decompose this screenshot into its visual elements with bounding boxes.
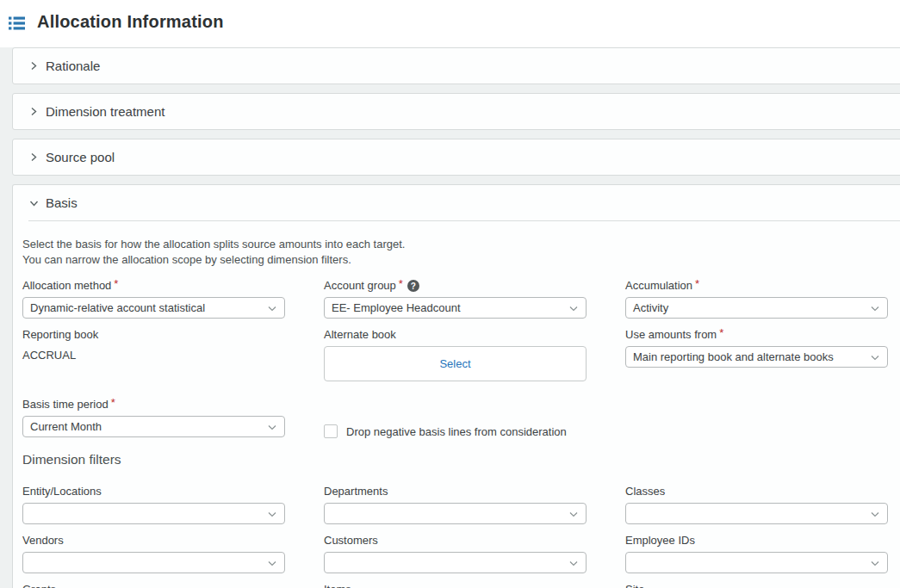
use-amounts-from-value: Main reporting book and alternate books [633, 350, 834, 363]
chevron-down-icon [268, 511, 276, 517]
use-amounts-from-select[interactable]: Main reporting book and alternate books [625, 346, 888, 368]
employee-ids-filter: Employee IDs [625, 534, 888, 573]
account-group-select[interactable]: EE- Employee Headcount [324, 297, 587, 319]
chevron-right-icon [28, 107, 39, 116]
chevron-down-icon [569, 306, 578, 312]
departments-filter: Departments [324, 485, 587, 524]
grants-filter: Grants [22, 583, 285, 588]
items-filter: Items [324, 583, 587, 588]
page-header: Allocation Information [0, 0, 900, 36]
section-rationale-header[interactable]: Rationale [13, 48, 900, 84]
section-dimension-treatment: Dimension treatment [12, 93, 900, 130]
chevron-down-icon [268, 306, 276, 312]
reporting-book-label: Reporting book [22, 328, 98, 341]
drop-negative-field: Drop negative basis lines from considera… [324, 416, 587, 447]
alternate-book-select-button[interactable]: Select [324, 346, 587, 381]
reporting-book-field: Reporting book ACCRUAL [22, 328, 285, 381]
dimension-filters-heading: Dimension filters [22, 452, 900, 467]
drop-negative-label: Drop negative basis lines from considera… [346, 425, 567, 438]
departments-select[interactable] [324, 503, 587, 524]
basis-description-line1: Select the basis for how the allocation … [22, 237, 900, 252]
basis-fields-row1: Allocation method * Dynamic-relative acc… [22, 279, 900, 328]
required-asterisk: * [111, 396, 115, 409]
accumulation-field: Accumulation * Activity [625, 279, 888, 319]
alternate-book-field: Alternate book Select [324, 328, 587, 381]
allocation-method-value: Dynamic-relative account statistical [30, 301, 205, 314]
chevron-right-icon [28, 152, 39, 162]
basis-description: Select the basis for how the allocation … [22, 237, 900, 268]
allocation-method-field: Allocation method * Dynamic-relative acc… [22, 279, 285, 319]
section-title: Basis [46, 195, 78, 210]
required-asterisk: * [114, 277, 118, 290]
section-title: Source pool [46, 150, 115, 164]
basis-time-period-field: Basis time period * Current Month [22, 398, 285, 437]
allocation-information-page: Allocation Information Rationale Dimensi… [0, 0, 900, 588]
basis-description-line2: You can narrow the allocation scope by s… [22, 252, 900, 268]
classes-select[interactable] [625, 503, 888, 524]
classes-label: Classes [625, 485, 665, 498]
entity-locations-label: Entity/Locations [22, 485, 102, 498]
basis-time-period-select[interactable]: Current Month [22, 416, 285, 437]
accumulation-label: Accumulation [625, 279, 692, 292]
use-amounts-from-label: Use amounts from [625, 328, 717, 341]
vendors-filter: Vendors [22, 534, 285, 573]
section-rationale: Rationale [12, 47, 900, 84]
vendors-label: Vendors [22, 534, 64, 547]
account-group-field: Account group * ? EE- Employee Headcount [324, 279, 587, 319]
basis-time-period-label: Basis time period [22, 398, 109, 411]
required-asterisk: * [399, 277, 403, 290]
vendors-select[interactable] [22, 552, 285, 573]
chevron-down-icon [871, 306, 879, 312]
alternate-book-select-label: Select [439, 357, 470, 370]
items-label: Items [324, 583, 351, 588]
chevron-down-icon [28, 199, 39, 207]
allocation-method-select[interactable]: Dynamic-relative account statistical [22, 297, 285, 319]
sections-container: Rationale Dimension treatment Source poo… [0, 47, 900, 588]
employee-ids-select[interactable] [625, 552, 888, 573]
grants-label: Grants [22, 583, 56, 588]
section-source-pool: Source pool [12, 139, 900, 176]
section-basis: Basis Select the basis for how the alloc… [12, 184, 900, 588]
entity-locations-select[interactable] [22, 503, 285, 524]
chevron-down-icon [569, 560, 578, 566]
section-dimension-treatment-header[interactable]: Dimension treatment [13, 94, 900, 129]
account-group-label: Account group [324, 279, 396, 292]
section-title: Rationale [46, 59, 100, 73]
chevron-right-icon [28, 61, 39, 71]
dimension-filters-grid: Entity/Locations Departments [22, 485, 900, 588]
employee-ids-label: Employee IDs [625, 534, 695, 547]
drop-negative-checkbox[interactable] [324, 424, 338, 438]
alternate-book-label: Alternate book [324, 328, 396, 341]
spacer [625, 398, 888, 447]
accumulation-select[interactable]: Activity [625, 297, 888, 319]
reporting-book-value: ACCRUAL [22, 349, 285, 362]
allocation-method-label: Allocation method [22, 279, 111, 292]
classes-filter: Classes [625, 485, 888, 524]
help-icon[interactable]: ? [407, 280, 419, 292]
customers-filter: Customers [324, 534, 587, 573]
site-filter: Site [625, 583, 888, 588]
section-basis-header[interactable]: Basis [13, 185, 900, 220]
list-icon[interactable] [9, 16, 25, 30]
basis-fields-row2: Reporting book ACCRUAL Alternate book Se… [22, 328, 900, 391]
section-title: Dimension treatment [46, 104, 164, 119]
required-asterisk: * [719, 326, 723, 339]
chevron-down-icon [871, 355, 879, 361]
chevron-down-icon [871, 560, 879, 566]
account-group-value: EE- Employee Headcount [332, 301, 461, 314]
chevron-down-icon [268, 560, 276, 566]
chevron-down-icon [569, 511, 578, 517]
chevron-down-icon [871, 511, 879, 517]
chevron-down-icon [268, 424, 276, 430]
entity-locations-filter: Entity/Locations [22, 485, 285, 524]
section-source-pool-header[interactable]: Source pool [13, 139, 900, 175]
required-asterisk: * [695, 277, 699, 290]
customers-select[interactable] [324, 552, 587, 573]
site-label: Site [625, 583, 644, 588]
customers-label: Customers [324, 534, 378, 547]
use-amounts-from-field: Use amounts from * Main reporting book a… [625, 328, 888, 381]
page-title: Allocation Information [37, 12, 224, 32]
basis-fields-row3: Basis time period * Current Month Drop [22, 398, 900, 447]
divider [28, 220, 900, 221]
basis-body: Select the basis for how the allocation … [13, 237, 900, 588]
